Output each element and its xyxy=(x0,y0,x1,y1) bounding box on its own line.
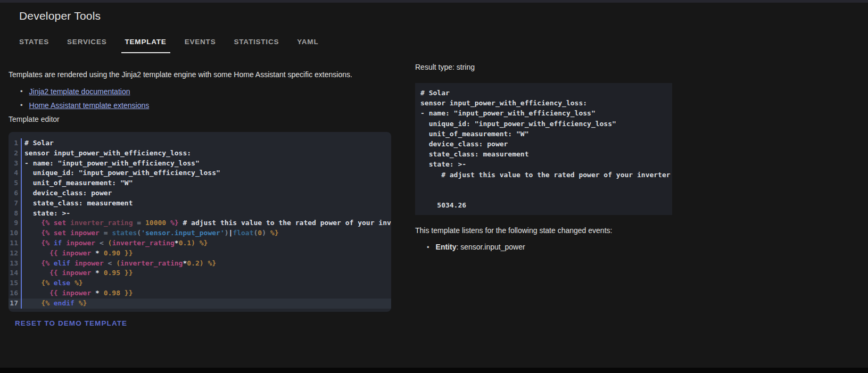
line-code: {% set inverter_rating = 10000 %} # adju… xyxy=(22,218,391,228)
window-top-strip xyxy=(0,0,868,3)
line-number: 17 xyxy=(9,299,22,309)
result-line: # Solar xyxy=(420,88,667,98)
line-number: 16 xyxy=(9,288,22,299)
result-line: unique_id: "input_power_with_efficiency_… xyxy=(420,119,667,129)
listens-events-text: This template listens for the following … xyxy=(415,226,612,235)
line-number: 12 xyxy=(9,248,22,259)
bullet-icon: • xyxy=(20,86,23,97)
line-number: 15 xyxy=(9,278,22,288)
line-code: {{ inpower * 0.90 }} xyxy=(22,248,391,259)
code-line-10: 10 {% set inpower = states('sensor.input… xyxy=(9,228,391,238)
line-code: {% set inpower = states('sensor.input_po… xyxy=(22,228,391,238)
code-line-2: 2sensor input_power_with_efficiency_loss… xyxy=(9,148,391,159)
line-code: {% else %} xyxy=(22,278,391,288)
tab-services[interactable]: SERVICES xyxy=(64,38,109,53)
template-editor-label: Template editor xyxy=(9,115,60,123)
line-number: 10 xyxy=(9,228,22,238)
line-code: {% endif %} xyxy=(22,299,391,309)
tab-yaml[interactable]: YAML xyxy=(294,38,321,53)
reset-to-demo-template-button[interactable]: RESET TO DEMO TEMPLATE xyxy=(11,316,131,331)
code-line-16: 16 {{ inpower * 0.98 }} xyxy=(9,288,391,299)
code-line-4: 4 unique_id: "input_power_with_efficienc… xyxy=(9,168,391,178)
result-line: sensor input_power_with_efficiency_loss: xyxy=(420,98,667,108)
doc-link-item: •Jinja2 template documentation xyxy=(20,86,149,97)
code-line-11: 11 {% if inpower < (inverter_rating*0.1)… xyxy=(9,238,391,248)
window-bottom-strip xyxy=(0,368,868,373)
line-code: {% elif inpower < (inverter_rating*0.2) … xyxy=(22,259,391,269)
tab-statistics[interactable]: STATISTICS xyxy=(231,38,282,53)
code-line-12: 12 {{ inpower * 0.90 }} xyxy=(9,248,391,259)
result-line: state: >- xyxy=(420,159,667,169)
result-line: # adjust this value to the rated power o… xyxy=(420,170,667,180)
bullet-icon: • xyxy=(20,100,23,111)
line-code: state_class: measurement xyxy=(22,198,391,209)
doc-link-item: •Home Assistant template extensions xyxy=(20,100,149,111)
template-code-editor[interactable]: 1# Solar2sensor input_power_with_efficie… xyxy=(9,132,391,312)
line-number: 1 xyxy=(9,138,22,148)
line-number: 7 xyxy=(9,198,22,209)
line-number: 8 xyxy=(9,209,22,219)
line-number: 6 xyxy=(9,188,22,198)
line-code: unique_id: "input_power_with_efficiency_… xyxy=(22,168,391,178)
line-number: 9 xyxy=(9,218,22,228)
result-line: device_class: power xyxy=(420,139,667,149)
result-type-label: Result type: string xyxy=(415,63,475,71)
code-line-14: 14 {{ inpower * 0.95 }} xyxy=(9,268,391,278)
listened-entity-item: • Entity: sensor.input_power xyxy=(427,243,525,251)
line-code: sensor input_power_with_efficiency_loss: xyxy=(22,148,391,159)
result-line: state_class: measurement xyxy=(420,149,667,159)
documentation-links: •Jinja2 template documentation•Home Assi… xyxy=(20,86,149,114)
code-line-8: 8 state: >- xyxy=(9,209,391,219)
code-line-1: 1# Solar xyxy=(9,138,391,148)
line-code: unit_of_measurement: "W" xyxy=(22,178,391,188)
line-number: 14 xyxy=(9,268,22,278)
result-line: unit_of_measurement: "W" xyxy=(420,129,667,139)
doc-link-0[interactable]: Jinja2 template documentation xyxy=(29,86,130,97)
line-code: device_class: power xyxy=(22,188,391,198)
code-line-9: 9 {% set inverter_rating = 10000 %} # ad… xyxy=(9,218,391,228)
tab-template[interactable]: TEMPLATE xyxy=(122,38,169,53)
doc-link-1[interactable]: Home Assistant template extensions xyxy=(29,100,150,111)
result-line: 5034.26 xyxy=(420,200,667,210)
code-line-15: 15 {% else %} xyxy=(9,278,391,288)
code-line-3: 3- name: "input_power_with_efficiency_lo… xyxy=(9,159,391,169)
code-line-13: 13 {% elif inpower < (inverter_rating*0.… xyxy=(9,259,391,269)
entity-value: : sensor.input_power xyxy=(456,243,525,251)
result-line xyxy=(420,190,667,200)
line-number: 11 xyxy=(9,238,22,248)
tab-bar: STATESSERVICESTEMPLATEEVENTSSTATISTICSYA… xyxy=(16,32,334,53)
intro-text: Templates are rendered using the Jinja2 … xyxy=(9,70,392,80)
line-code: # Solar xyxy=(22,138,391,148)
rendered-result-block: # Solarsensor input_power_with_efficienc… xyxy=(415,83,672,215)
code-line-7: 7 state_class: measurement xyxy=(9,198,391,209)
tab-states[interactable]: STATES xyxy=(16,38,52,53)
result-line xyxy=(420,180,667,190)
code-line-6: 6 device_class: power xyxy=(9,188,391,198)
line-code: - name: "input_power_with_efficiency_los… xyxy=(22,159,391,169)
line-code: state: >- xyxy=(22,209,391,219)
line-code: {% if inpower < (inverter_rating*0.1) %} xyxy=(22,238,391,248)
entity-label: Entity xyxy=(436,243,457,251)
code-line-17: 17 {% endif %} xyxy=(9,299,391,309)
result-line: - name: "input_power_with_efficiency_los… xyxy=(420,108,667,118)
tab-events[interactable]: EVENTS xyxy=(182,38,219,53)
line-number: 5 xyxy=(9,178,22,188)
line-code: {{ inpower * 0.95 }} xyxy=(22,268,391,278)
bullet-icon: • xyxy=(427,243,429,251)
code-line-5: 5 unit_of_measurement: "W" xyxy=(9,178,391,188)
developer-tools-page: Developer Tools STATESSERVICESTEMPLATEEV… xyxy=(0,0,868,373)
line-code: {{ inpower * 0.98 }} xyxy=(22,288,391,299)
line-number: 3 xyxy=(9,159,22,169)
line-number: 2 xyxy=(9,148,22,159)
page-title: Developer Tools xyxy=(19,10,101,22)
line-number: 4 xyxy=(9,168,22,178)
line-number: 13 xyxy=(9,259,22,269)
